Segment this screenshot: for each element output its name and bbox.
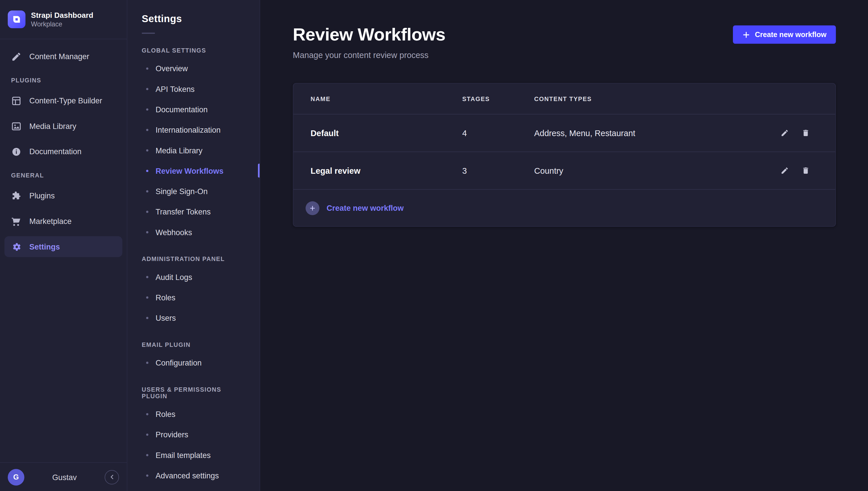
create-new-workflow-label: Create new workflow — [755, 30, 826, 39]
table-row[interactable]: Legal review 3 Country — [294, 152, 836, 190]
subnav-title: Settings — [127, 13, 260, 25]
puzzle-icon — [11, 191, 22, 201]
collapse-sidebar-button[interactable] — [105, 470, 119, 484]
nav-item-content-type-builder[interactable]: Content-Type Builder — [4, 90, 122, 111]
chevron-left-icon — [109, 474, 115, 480]
layout-icon — [11, 95, 22, 106]
bullet-icon — [146, 362, 148, 364]
gear-icon — [11, 241, 22, 252]
plus-icon — [742, 31, 750, 38]
subnav-item-transfer-tokens[interactable]: Transfer Tokens — [127, 201, 260, 222]
subnav-item-audit-logs[interactable]: Audit Logs — [127, 266, 260, 287]
avatar[interactable]: G — [8, 469, 24, 485]
subnav-item-label: API Tokens — [156, 84, 195, 93]
active-indicator — [258, 164, 260, 177]
subnav-item-email-templates[interactable]: Email templates — [127, 445, 260, 465]
bullet-icon — [146, 169, 148, 172]
brand[interactable]: Strapi Dashboard Workplace — [0, 0, 127, 39]
subnav-item-webhooks[interactable]: Webhooks — [127, 222, 260, 242]
create-workflow-link[interactable]: Create new workflow — [326, 204, 404, 212]
delete-workflow-button[interactable] — [797, 163, 813, 178]
bullet-icon — [146, 474, 148, 476]
table-header-row: NAME STAGES CONTENT TYPES — [294, 84, 836, 115]
main-content: Review Workflows Manage your content rev… — [260, 0, 868, 491]
workflow-stages: 4 — [462, 128, 534, 138]
nav-section-general: GENERAL — [4, 172, 122, 179]
add-workflow-button[interactable] — [305, 201, 319, 215]
strapi-logo-icon — [8, 11, 26, 28]
subnav-item-overview[interactable]: Overview — [127, 58, 260, 78]
bullet-icon — [146, 433, 148, 436]
edit-workflow-button[interactable] — [777, 125, 792, 141]
bullet-icon — [146, 454, 148, 456]
subnav-section-users-permissions-plugin: USERS & PERMISSIONS PLUGIN Roles Provide… — [127, 386, 260, 486]
subnav-item-configuration[interactable]: Configuration — [127, 352, 260, 373]
subnav-item-label: Review Workflows — [156, 166, 223, 175]
subnav-section-label: USERS & PERMISSIONS PLUGIN — [127, 386, 260, 399]
subnav-item-providers[interactable]: Providers — [127, 424, 260, 444]
workflow-name: Legal review — [310, 166, 462, 175]
table-row[interactable]: Default 4 Address, Menu, Restaurant — [294, 115, 836, 152]
edit-workflow-button[interactable] — [777, 163, 792, 178]
subnav-item-label: Single Sign-On — [156, 186, 208, 196]
info-icon — [11, 146, 22, 157]
subnav-item-internationalization[interactable]: Internationalization — [127, 119, 260, 140]
subnav-item-advanced-settings[interactable]: Advanced settings — [127, 465, 260, 486]
bullet-icon — [146, 276, 148, 278]
user-bar: G Gustav — [0, 462, 127, 491]
page-header-text: Review Workflows Manage your content rev… — [293, 24, 445, 60]
trash-icon — [801, 167, 810, 175]
nav-item-media-library[interactable]: Media Library — [4, 116, 122, 137]
cart-icon — [11, 216, 22, 227]
main-nav-list: Content Manager PLUGINS Content-Type Bui… — [0, 39, 127, 462]
brand-subtitle: Workplace — [31, 20, 93, 28]
workflow-stages: 3 — [462, 166, 534, 175]
settings-subnav: Settings GLOBAL SETTINGS Overview API To… — [127, 0, 260, 491]
image-icon — [11, 121, 22, 132]
subnav-item-single-sign-on[interactable]: Single Sign-On — [127, 181, 260, 201]
brand-title: Strapi Dashboard — [31, 11, 93, 19]
column-header-name: NAME — [310, 95, 462, 102]
subnav-item-label: Roles — [156, 293, 175, 302]
bullet-icon — [146, 128, 148, 131]
create-new-workflow-button[interactable]: Create new workflow — [733, 26, 836, 44]
subnav-item-label: Webhooks — [156, 228, 192, 237]
bullet-icon — [146, 413, 148, 415]
subnav-title-divider — [142, 33, 155, 34]
nav-item-marketplace[interactable]: Marketplace — [4, 211, 122, 232]
nav-item-plugins[interactable]: Plugins — [4, 185, 122, 206]
subnav-item-documentation[interactable]: Documentation — [127, 99, 260, 119]
table-footer: Create new workflow — [294, 190, 836, 226]
bullet-icon — [146, 296, 148, 298]
page-title: Review Workflows — [293, 24, 445, 45]
nav-item-content-manager[interactable]: Content Manager — [4, 46, 122, 67]
nav-item-documentation[interactable]: Documentation — [4, 141, 122, 162]
subnav-item-api-tokens[interactable]: API Tokens — [127, 78, 260, 99]
subnav-item-label: Roles — [156, 409, 175, 418]
subnav-item-label: Transfer Tokens — [156, 207, 211, 216]
row-actions — [752, 125, 813, 141]
nav-item-settings[interactable]: Settings — [4, 236, 122, 257]
edit-icon — [780, 167, 789, 175]
nav-item-label: Media Library — [29, 122, 76, 131]
subnav-item-label: Media Library — [156, 146, 202, 155]
subnav-item-label: Documentation — [156, 105, 208, 114]
subnav-item-up-roles[interactable]: Roles — [127, 404, 260, 424]
workflow-name: Default — [310, 128, 462, 138]
brand-text: Strapi Dashboard Workplace — [31, 11, 93, 28]
subnav-item-roles[interactable]: Roles — [127, 287, 260, 308]
bullet-icon — [146, 149, 148, 151]
delete-workflow-button[interactable] — [797, 125, 813, 141]
subnav-item-review-workflows[interactable]: Review Workflows — [127, 161, 260, 181]
subnav-item-label: Email templates — [156, 451, 211, 459]
subnav-item-label: Audit Logs — [156, 272, 192, 281]
subnav-section-label: ADMINISTRATION PANEL — [127, 256, 260, 262]
page-subtitle: Manage your content review process — [293, 50, 445, 60]
column-header-content-types: CONTENT TYPES — [534, 95, 753, 102]
subnav-item-media-library[interactable]: Media Library — [127, 140, 260, 160]
user-name: Gustav — [30, 473, 99, 482]
subnav-item-users[interactable]: Users — [127, 308, 260, 328]
trash-icon — [801, 129, 810, 137]
subnav-section-label: GLOBAL SETTINGS — [127, 47, 260, 54]
bullet-icon — [146, 210, 148, 213]
